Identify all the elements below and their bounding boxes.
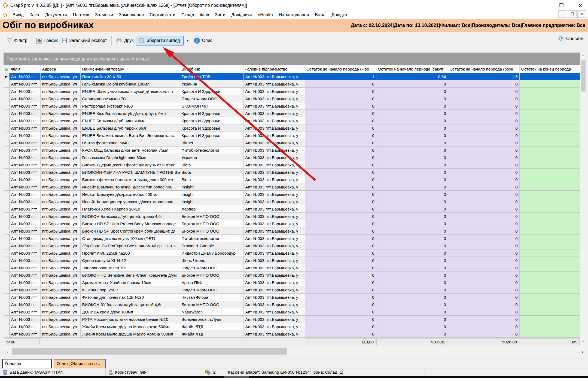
table-cell: пгт.Барышевка, ул — [40, 308, 80, 316]
table-row[interactable]: Апт №003 пгтпгт.Барышевка, улБИОКОН Баль… — [4, 213, 580, 220]
column-header-6[interactable]: Остаток на начало периода (к-во — [305, 65, 376, 73]
table-row[interactable]: Апт №003 пгтпгт.Барышевка, улСупер капсу… — [4, 257, 580, 264]
menu-item-8[interactable]: Склад — [178, 12, 197, 18]
scroll-left-icon[interactable]: ‹ — [4, 347, 11, 355]
tab-report[interactable]: Отчет [Оборот по пр ... — [54, 359, 106, 368]
column-header-1[interactable]: Філія — [9, 65, 40, 73]
table-row[interactable]: Апт №003 пгтпгт.Барышевка, улБИОКОН ЗУ б… — [4, 301, 580, 308]
mdi-close-button[interactable]: ✕ — [577, 10, 586, 18]
table-row[interactable]: Апт №003 пгтпгт.Барышевка, улСалициловое… — [4, 95, 580, 102]
table-row[interactable]: Апт №003 пгтпгт.Барышевка, улГель-смазка… — [4, 80, 580, 88]
menu-item-11[interactable]: Довідники — [228, 12, 255, 18]
table-row[interactable]: Апт №003 пгтпгт.Барышевка, улENJEE Бальз… — [4, 124, 580, 132]
table-row[interactable]: Апт №003 пгтпгт.Барышевка, улБИОКОН HD S… — [4, 272, 580, 279]
column-header-7[interactable]: Остаток на начало периода (закуп — [376, 65, 448, 73]
column-header-4[interactable]: Виробник — [180, 65, 243, 73]
horizontal-scroll-thumb[interactable] — [12, 348, 287, 355]
menu-item-3[interactable]: Документи — [42, 12, 70, 18]
tab-main[interactable]: Головна — [2, 359, 52, 368]
table-row[interactable]: Апт №003 пгтпгт.Барышевка, улФиточай для… — [4, 294, 580, 301]
chart-button[interactable]: Графік — [34, 36, 59, 45]
save-view-dropdown-arrow[interactable]: ▼ — [186, 39, 189, 42]
menu-item-15[interactable]: Довідка — [328, 12, 350, 18]
table-row[interactable]: Апт №003 пгтпгт.Барышевка, улБиоксин фем… — [4, 176, 580, 183]
menu-item-1[interactable]: Вихід — [10, 12, 27, 18]
table-row[interactable]: Апт №003 пгтпгт.Барышевка, улENJEE Бальз… — [4, 117, 580, 124]
table-cell: 0 — [448, 227, 519, 235]
column-header-2[interactable]: Адреса — [40, 65, 80, 73]
column-header-9[interactable]: Остаток на конец периода — [519, 65, 580, 73]
table-row[interactable]: Апт №003 пгтпгт.Барышевка, улКРОК МЕД ба… — [4, 147, 580, 154]
column-header-5[interactable]: Головне підприємство — [243, 65, 305, 73]
table-row[interactable]: Апт №003 пгтпгт.Барышевка, улРУТА Носови… — [4, 316, 580, 323]
column-header-8[interactable]: Остаток на начало периода (розн — [448, 65, 519, 73]
table-row[interactable]: Апт №003 пгтпгт.Барышевка, улПролит пил.… — [4, 249, 580, 257]
menu-item-14[interactable]: Вікна — [312, 12, 328, 18]
menu-item-12[interactable]: eHealth — [255, 12, 276, 18]
minimize-button[interactable]: — — [536, 1, 548, 10]
table-cell: Апт №003 пгт.Барышевка, у — [243, 316, 305, 323]
table-row[interactable]: Апт №003 пгтпгт.Барышевка, улENJEE Шампу… — [4, 88, 580, 95]
table-row[interactable]: Апт №003 пгтпгт.Барышевка, улГель-смазка… — [4, 154, 580, 161]
table-cell: Красота И Здоровье — [180, 132, 243, 139]
column-chooser-icon[interactable]: ≣ — [4, 65, 9, 73]
data-grid: Перетягніть заголовок колонки сюди для у… — [4, 53, 586, 356]
table-row[interactable]: Апт №003 пгтпгт.Барышевка, улБиоксин Дер… — [4, 161, 580, 169]
table-row[interactable]: Апт №003 пгтпгт.Барышевка, улСтоп демоде… — [4, 235, 580, 242]
menu-item-13[interactable]: Налаштування — [276, 12, 312, 18]
save-view-button[interactable]: Зберегти вигляд — [136, 36, 184, 45]
table-row[interactable]: Апт №003 пгтпгт.Барышевка, улИнсайт Конд… — [4, 198, 580, 205]
table-row[interactable]: Апт №003 пгтпгт.Барышевка, улРасторопша … — [4, 102, 580, 110]
menu-item-7[interactable]: Сертифікати — [147, 12, 178, 18]
filter-button[interactable]: Фільтр — [5, 37, 29, 45]
restore-button[interactable]: ❐ — [555, 1, 567, 10]
table-row[interactable]: Апт №003 пгтпгт.Барышевка, улENJEE Витам… — [4, 132, 580, 139]
table-cell: Инсайт Шампунь д/окраш. волос 400 мл — [80, 191, 180, 198]
group-by-band[interactable]: Перетягніть заголовок колонки сюди для у… — [4, 53, 580, 65]
table-cell: Апт №003 пгт.Барышевка, у — [243, 191, 305, 198]
table-cell: пгт.Барышевка, ул — [40, 316, 80, 323]
description-button[interactable]: i Опис — [192, 36, 214, 45]
table-row[interactable]: Апт №003 пгтпгт.Барышевка, улАромакомпоз… — [4, 279, 580, 286]
menu-item-2[interactable]: Каса — [27, 12, 42, 18]
column-header-3[interactable]: Найменування товару — [80, 65, 180, 73]
table-row[interactable]: Апт №003 пгтпгт.Барышевка, улБиокон HD S… — [4, 220, 580, 227]
refresh-icon: ⟳ — [558, 36, 564, 41]
table-row[interactable]: Апт №003 пгтпгт.Барышевка, улБИОКСИН ФЕМ… — [4, 169, 580, 176]
vertical-scrollbar[interactable]: ˆ ˇ — [580, 53, 586, 346]
menu-item-10[interactable]: Звіти — [212, 12, 228, 18]
horizontal-scrollbar[interactable]: ‹ › — [4, 347, 586, 355]
vertical-scroll-thumb[interactable] — [581, 60, 586, 92]
menu-item-9[interactable]: Філії — [197, 12, 212, 18]
table-cell — [519, 286, 580, 294]
menu-item-6[interactable]: Замовлення — [116, 12, 147, 18]
mdi-minimize-button[interactable]: – — [558, 10, 567, 18]
refresh-button[interactable]: ⟳ Оновити — [558, 36, 584, 41]
menu-item-5[interactable]: Залишки — [92, 12, 116, 18]
print-button[interactable]: Друк — [114, 36, 136, 45]
table-row[interactable]: ▶Апт №003 пгтпгт.Барышевка, улПакет майк… — [4, 73, 580, 80]
tab-main-label: Головна — [5, 361, 21, 366]
mdi-restore-button[interactable]: ❐ — [568, 10, 577, 18]
table-row[interactable]: Апт №003 пгтпгт.Барышевка, улENJEE Kiss … — [4, 110, 580, 117]
table-row[interactable]: Апт №003 пгтпгт.Барышевка, улЖиайя Крем … — [4, 330, 580, 338]
table-row[interactable]: Апт №003 пгтпгт.Барышевка, улЖиайя Крем … — [4, 323, 580, 330]
scroll-up-icon[interactable]: ˆ — [580, 53, 586, 60]
scroll-right-icon[interactable]: › — [579, 347, 586, 355]
table-cell: 0 — [305, 124, 376, 132]
table-row[interactable]: Апт №003 пгтпгт.Барышевка, улДОЛИВА крем… — [4, 308, 580, 316]
table-row[interactable]: Апт №003 пгтпгт.Барышевка, улКСИЛИТ пор.… — [4, 286, 580, 294]
table-row[interactable]: Апт №003 пгтпгт.Барышевка, улЛанолиновое… — [4, 264, 580, 272]
table-row[interactable]: Апт №003 пгтпгт.Барышевка, улБиокон HD S… — [4, 227, 580, 235]
menu-item-4[interactable]: Платежі — [70, 12, 92, 18]
table-row[interactable]: Апт №003 пгтпгт.Барышевка, улПлаточки Хе… — [4, 205, 580, 213]
export-button[interactable]: Загальний експорт — [60, 36, 109, 45]
close-button[interactable]: ✕ — [574, 1, 586, 10]
table-cell: Голден-Фарм ООО — [180, 286, 243, 294]
scroll-down-icon[interactable]: ˇ — [580, 339, 586, 346]
table-row[interactable]: Апт №003 пгтпгт.Барышевка, улИнсайт Шамп… — [4, 183, 580, 191]
table-row[interactable]: Апт №003 пгтпгт.Барышевка, улИнсайт Шамп… — [4, 191, 580, 198]
table-cell: Расторопша экстракт №60 — [80, 102, 180, 110]
table-row[interactable]: Апт №003 пгтпгт.Барышевка, улЗ/щ Орал-Би… — [4, 242, 580, 249]
table-row[interactable]: Апт №003 пгтпгт.Барышевка, улГентос форт… — [4, 139, 580, 147]
